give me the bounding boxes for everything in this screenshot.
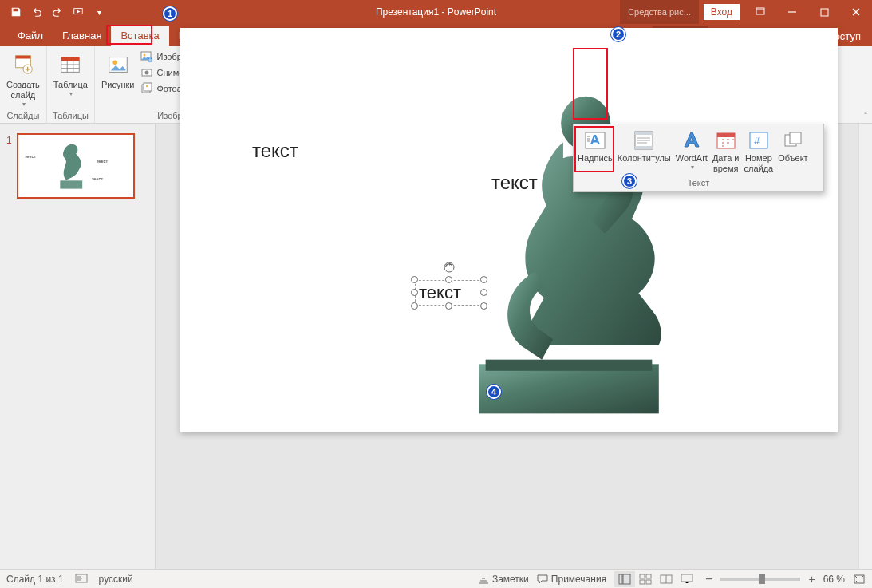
slideshow-view-button[interactable] bbox=[677, 571, 697, 587]
fit-to-window-button[interactable] bbox=[853, 574, 866, 585]
svg-rect-44 bbox=[717, 133, 735, 137]
comments-label: Примечания bbox=[551, 574, 606, 585]
zoom-out-button[interactable]: − bbox=[705, 572, 712, 586]
textbox-icon bbox=[584, 128, 606, 153]
ribbon-options-button[interactable] bbox=[744, 0, 776, 24]
resize-handle-b[interactable] bbox=[445, 302, 452, 310]
new-slide-button[interactable]: Создать слайд ▾ bbox=[3, 48, 43, 109]
svg-rect-41 bbox=[635, 132, 653, 135]
slide-thumbnail-1[interactable]: текст текст текст bbox=[17, 133, 135, 199]
close-button[interactable] bbox=[840, 0, 872, 24]
header-footer-label: Колонтитулы bbox=[618, 153, 671, 164]
signin-button[interactable]: Вход bbox=[704, 4, 740, 20]
resize-handle-tl[interactable] bbox=[411, 276, 418, 283]
slide-number-button[interactable]: # Номер слайда bbox=[741, 126, 775, 175]
svg-rect-54 bbox=[640, 580, 645, 584]
svg-rect-1 bbox=[756, 8, 764, 14]
slide-text-2[interactable]: текст bbox=[491, 172, 538, 194]
svg-rect-10 bbox=[61, 57, 80, 61]
svg-rect-19 bbox=[144, 83, 152, 91]
maximize-button[interactable] bbox=[808, 0, 840, 24]
svg-point-14 bbox=[144, 54, 146, 57]
slide-text-1[interactable]: текст bbox=[252, 140, 298, 162]
collapse-ribbon-button[interactable]: ˆ bbox=[864, 112, 867, 121]
svg-rect-53 bbox=[646, 574, 651, 578]
normal-view-button[interactable] bbox=[614, 571, 635, 587]
zoom-slider[interactable] bbox=[720, 578, 800, 581]
svg-rect-34 bbox=[60, 180, 82, 188]
tab-home[interactable]: Главная bbox=[53, 26, 111, 46]
callout-3: 3 bbox=[622, 174, 637, 188]
tab-insert[interactable]: Вставка bbox=[111, 26, 168, 46]
title-bar: ▾ Презентация1 - PowerPoint Средства рис… bbox=[0, 0, 872, 24]
date-time-button[interactable]: Дата и время bbox=[710, 126, 742, 175]
ribbon-group-tables: Таблица ▾ Таблицы bbox=[47, 46, 95, 123]
thumbnail-statue-icon bbox=[53, 140, 90, 192]
svg-rect-51 bbox=[623, 574, 630, 584]
undo-button[interactable] bbox=[27, 2, 46, 22]
screenshot-icon bbox=[140, 66, 153, 79]
redo-button[interactable] bbox=[48, 2, 67, 22]
textbox-label: Надпись bbox=[578, 153, 613, 164]
quick-access-toolbar: ▾ bbox=[0, 2, 109, 22]
slide[interactable]: текст текст текст bbox=[180, 28, 838, 432]
notes-button[interactable]: Заметки bbox=[478, 574, 529, 585]
group-label-slides: Слайды bbox=[3, 109, 43, 123]
object-button[interactable]: Объект bbox=[775, 126, 810, 175]
group-label-tables: Таблицы bbox=[50, 109, 91, 123]
pictures-label: Рисунки bbox=[101, 80, 135, 90]
svg-rect-50 bbox=[619, 574, 622, 584]
svg-rect-37 bbox=[486, 360, 653, 371]
start-from-beginning-button[interactable] bbox=[69, 2, 88, 22]
date-time-label: Дата и время bbox=[712, 153, 740, 173]
svg-rect-7 bbox=[16, 56, 31, 59]
wordart-icon bbox=[681, 128, 703, 153]
table-icon bbox=[58, 50, 82, 79]
new-slide-label: Создать слайд bbox=[6, 80, 40, 101]
contextual-tab-label: Средства рис... bbox=[620, 0, 699, 24]
header-footer-icon bbox=[633, 128, 655, 153]
selected-text-box[interactable]: текст bbox=[415, 280, 483, 306]
status-language[interactable]: русский bbox=[99, 574, 133, 585]
table-button[interactable]: Таблица ▾ bbox=[50, 48, 91, 98]
photo-album-icon bbox=[140, 82, 153, 95]
svg-point-20 bbox=[146, 85, 148, 87]
svg-text:#: # bbox=[754, 135, 760, 147]
sorter-view-button[interactable] bbox=[635, 571, 656, 587]
wordart-button[interactable]: WordArt ▾ bbox=[673, 126, 710, 175]
status-bar: Слайд 1 из 1 русский Заметки Примечания … bbox=[0, 569, 872, 588]
tab-file[interactable]: Файл bbox=[8, 26, 53, 46]
resize-handle-tr[interactable] bbox=[480, 276, 487, 283]
qat-customize-button[interactable]: ▾ bbox=[89, 2, 109, 22]
resize-handle-br[interactable] bbox=[480, 302, 487, 310]
rotation-handle[interactable] bbox=[443, 261, 456, 274]
object-label: Объект bbox=[778, 153, 807, 164]
resize-handle-t[interactable] bbox=[445, 276, 452, 283]
textbox-button[interactable]: Надпись bbox=[575, 126, 615, 175]
slide-thumbnail-pane: 1 текст текст текст bbox=[0, 124, 156, 569]
zoom-in-button[interactable]: + bbox=[808, 573, 815, 586]
resize-handle-l[interactable] bbox=[411, 289, 418, 296]
object-icon bbox=[782, 128, 804, 153]
slide-number-icon: # bbox=[748, 128, 770, 153]
callout-2: 2 bbox=[611, 27, 625, 41]
header-footer-button[interactable]: Колонтитулы bbox=[615, 126, 673, 175]
status-slide-count[interactable]: Слайд 1 из 1 bbox=[6, 574, 64, 585]
zoom-slider-thumb[interactable] bbox=[759, 574, 765, 584]
text-dropdown-panel: Надпись Колонтитулы WordArt ▾ Дата и вре… bbox=[573, 124, 824, 192]
table-label: Таблица bbox=[53, 80, 88, 90]
save-button[interactable] bbox=[6, 2, 26, 22]
zoom-level[interactable]: 66 % bbox=[823, 574, 845, 585]
reading-view-button[interactable] bbox=[656, 571, 677, 587]
comments-toggle[interactable]: Примечания bbox=[537, 574, 606, 585]
pictures-button[interactable]: Рисунки bbox=[98, 48, 138, 90]
minimize-button[interactable] bbox=[776, 0, 808, 24]
svg-rect-55 bbox=[646, 580, 651, 584]
spellcheck-icon[interactable] bbox=[75, 574, 88, 585]
thumb-text-3: текст bbox=[92, 176, 103, 181]
svg-rect-48 bbox=[790, 132, 801, 144]
resize-handle-bl[interactable] bbox=[411, 302, 418, 310]
resize-handle-r[interactable] bbox=[480, 289, 487, 296]
text-panel-group-label: Текст bbox=[574, 175, 823, 191]
online-pictures-icon bbox=[140, 50, 153, 63]
